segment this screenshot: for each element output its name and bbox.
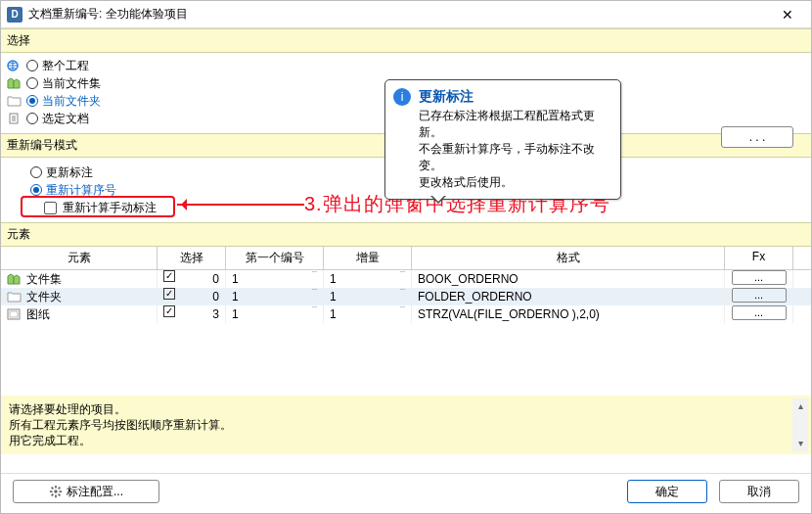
radio-dot — [26, 77, 38, 89]
col-fx[interactable]: Fx — [725, 247, 793, 269]
col-element[interactable]: 元素 — [1, 247, 158, 269]
dialog-title: 文档重新编号: 全功能体验项目 — [28, 6, 188, 23]
cell-name: 文件夹 — [26, 288, 62, 305]
table-empty-area — [1, 323, 811, 396]
config-button[interactable]: 标注配置... — [13, 480, 159, 503]
cell-format: STRZ(VAL(FILE_ORDERNO ),2,0) — [412, 305, 725, 323]
radio-label: 当前文件集 — [42, 76, 101, 90]
tooltip-tail — [430, 196, 446, 211]
table-body: 文件集 0 1¯ 1¯ BOOK_ORDERNO ... 文件夹 0 1¯ 1¯… — [1, 270, 811, 396]
table-row[interactable]: 图纸 3 1¯ 1¯ STRZ(VAL(FILE_ORDERNO ),2,0) … — [1, 305, 811, 323]
radio-dot — [26, 60, 38, 71]
scroll-down-icon[interactable]: ▾ — [792, 436, 808, 451]
info-icon: i — [393, 88, 411, 106]
tooltip: i 更新标注 已存在标注将根据工程配置格式更新。 不会重新计算序号，手动标注不改… — [384, 79, 621, 200]
fileset-icon — [7, 77, 23, 89]
fileset-icon — [7, 273, 23, 285]
col-format[interactable]: 格式 — [412, 247, 725, 269]
radio-label: 更新标注 — [46, 165, 93, 179]
cell-inc: 1 — [330, 305, 337, 323]
folder-icon — [7, 95, 23, 107]
cell-first: 1 — [232, 305, 239, 323]
document-icon — [7, 113, 23, 124]
radio-label: 选定文档 — [42, 112, 89, 125]
cell-format: FOLDER_ORDERNO — [412, 288, 725, 305]
tooltip-line: 不会重新计算序号，手动标注不改变。 — [419, 141, 610, 174]
button-bar: 标注配置... 确定 取消 — [1, 473, 811, 513]
tooltip-body: 已存在标注将根据工程配置格式更新。 不会重新计算序号，手动标注不改变。 更改格式… — [419, 108, 610, 191]
cell-sel: 3 — [212, 305, 219, 323]
close-button[interactable]: ✕ — [768, 3, 807, 26]
check-label: 重新计算手动标注 — [63, 201, 157, 214]
help-line: 所有工程元素序号均按图纸顺序重新计算。 — [9, 417, 803, 433]
checkbox — [44, 202, 57, 214]
radio-label: 整个工程 — [42, 59, 89, 72]
col-first[interactable]: 第一个编号 — [226, 247, 324, 269]
tooltip-line: 更改格式后使用。 — [419, 174, 610, 191]
col-inc[interactable]: 增量 — [324, 247, 412, 269]
tooltip-title: 更新标注 — [419, 88, 610, 106]
cell-name: 文件集 — [26, 270, 62, 288]
help-line: 请选择要处理的项目。 — [9, 401, 803, 417]
radio-whole-project[interactable]: 整个工程 — [7, 57, 805, 74]
project-icon — [7, 60, 23, 71]
cell-first: 1 — [232, 288, 239, 305]
checkbox-checked-icon[interactable] — [163, 270, 175, 282]
cell-name: 图纸 — [26, 305, 50, 323]
cell-sel: 0 — [212, 270, 219, 288]
svg-point-3 — [54, 490, 58, 493]
table-row[interactable]: 文件夹 0 1¯ 1¯ FOLDER_ORDERNO ... — [1, 288, 811, 305]
table-header: 元素 选择 第一个编号 增量 格式 Fx — [1, 247, 811, 270]
col-sel[interactable]: 选择 — [158, 247, 226, 269]
gear-icon — [49, 485, 63, 498]
drawing-icon — [7, 308, 23, 320]
browse-button[interactable]: . . . — [721, 126, 793, 148]
check-recalc-manual[interactable]: 重新计算手动标注 — [30, 199, 805, 216]
radio-dot — [26, 95, 38, 107]
cell-first: 1 — [232, 270, 239, 288]
elements-table: 元素 选择 第一个编号 增量 格式 Fx 文件集 0 1¯ 1¯ BOOK_OR… — [1, 247, 811, 396]
scroll-up-icon[interactable]: ▴ — [792, 398, 808, 414]
ok-button-label: 确定 — [655, 484, 679, 500]
checkbox-checked-icon[interactable] — [163, 305, 175, 317]
radio-dot — [26, 113, 38, 124]
help-panel: 请选择要处理的项目。 所有工程元素序号均按图纸顺序重新计算。 用它完成工程。 ▴… — [1, 396, 811, 454]
cell-sel: 0 — [212, 288, 219, 305]
fx-button[interactable]: ... — [732, 270, 787, 285]
cell-inc: 1 — [330, 270, 337, 288]
titlebar: D 文档重新编号: 全功能体验项目 ✕ — [1, 1, 811, 28]
radio-dot — [30, 166, 42, 178]
tooltip-line: 已存在标注将根据工程配置格式更新。 — [419, 108, 610, 141]
cancel-button-label: 取消 — [747, 484, 771, 500]
radio-dot — [30, 184, 42, 196]
cell-format: BOOK_ORDERNO — [412, 270, 725, 288]
section-select-header: 选择 — [1, 28, 811, 53]
radio-label: 当前文件夹 — [42, 94, 101, 108]
radio-label: 重新计算序号 — [46, 183, 116, 197]
help-line: 用它完成工程。 — [9, 433, 803, 448]
checkbox-checked-icon[interactable] — [163, 288, 175, 300]
app-icon: D — [7, 7, 23, 23]
fx-button[interactable]: ... — [732, 288, 787, 303]
config-button-label: 标注配置... — [67, 484, 123, 500]
cell-inc: 1 — [330, 288, 337, 305]
help-scrollbar[interactable]: ▴ ▾ — [792, 398, 808, 451]
table-row[interactable]: 文件集 0 1¯ 1¯ BOOK_ORDERNO ... — [1, 270, 811, 288]
ok-button[interactable]: 确定 — [627, 480, 707, 503]
folder-icon — [7, 291, 23, 303]
cancel-button[interactable]: 取消 — [719, 480, 799, 503]
section-elements-header: 元素 — [1, 222, 811, 247]
fx-button[interactable]: ... — [732, 305, 787, 320]
